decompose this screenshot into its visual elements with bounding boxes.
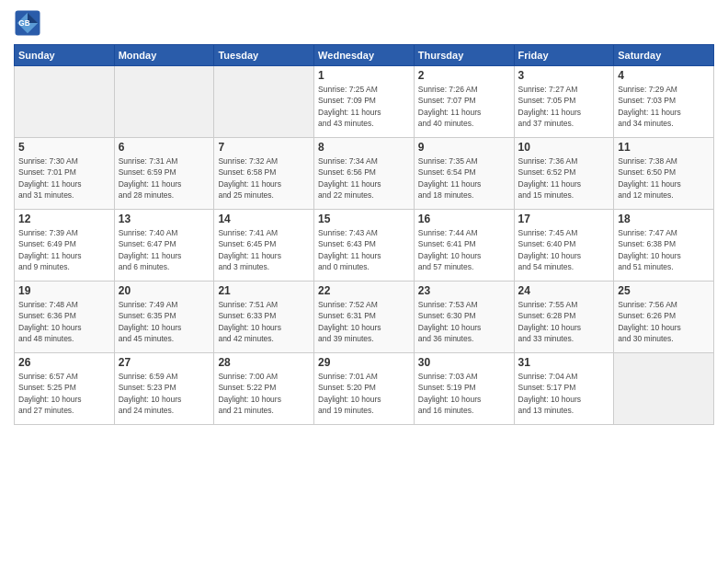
day-cell: 10Sunrise: 7:36 AM Sunset: 6:52 PM Dayli… [514, 138, 614, 210]
day-number: 5 [18, 141, 110, 154]
day-number: 23 [418, 284, 510, 297]
day-cell [114, 66, 214, 138]
day-cell: 9Sunrise: 7:35 AM Sunset: 6:54 PM Daylig… [414, 138, 514, 210]
svg-text:GB: GB [18, 19, 29, 28]
day-info: Sunrise: 7:44 AM Sunset: 6:41 PM Dayligh… [418, 227, 510, 272]
day-number: 11 [618, 141, 710, 154]
day-number: 20 [119, 284, 210, 297]
day-number: 1 [318, 69, 410, 82]
day-number: 21 [218, 284, 310, 297]
day-number: 26 [18, 356, 110, 369]
day-number: 9 [418, 141, 510, 154]
day-number: 27 [119, 356, 210, 369]
day-number: 7 [218, 141, 310, 154]
calendar-container: GB SundayMondayTuesdayWednesdayThursdayF… [0, 0, 728, 434]
week-row-5: 26Sunrise: 6:57 AM Sunset: 5:25 PM Dayli… [15, 353, 714, 425]
day-cell [214, 66, 314, 138]
day-info: Sunrise: 7:04 AM Sunset: 5:17 PM Dayligh… [518, 371, 610, 416]
day-number: 22 [318, 284, 410, 297]
day-info: Sunrise: 7:49 AM Sunset: 6:35 PM Dayligh… [119, 299, 210, 344]
day-number: 16 [418, 213, 510, 225]
day-number: 19 [18, 284, 110, 297]
day-info: Sunrise: 7:03 AM Sunset: 5:19 PM Dayligh… [418, 371, 510, 416]
logo-icon: GB [14, 9, 41, 37]
day-cell: 15Sunrise: 7:43 AM Sunset: 6:43 PM Dayli… [314, 210, 415, 282]
day-number: 3 [518, 69, 610, 82]
day-cell: 3Sunrise: 7:27 AM Sunset: 7:05 PM Daylig… [514, 66, 614, 138]
day-number: 31 [518, 356, 610, 369]
day-cell: 29Sunrise: 7:01 AM Sunset: 5:20 PM Dayli… [314, 353, 415, 425]
day-cell: 20Sunrise: 7:49 AM Sunset: 6:35 PM Dayli… [114, 282, 214, 353]
day-number: 10 [518, 141, 610, 154]
day-number: 28 [218, 356, 310, 369]
day-cell [15, 66, 115, 138]
day-cell: 1Sunrise: 7:25 AM Sunset: 7:09 PM Daylig… [314, 66, 415, 138]
day-info: Sunrise: 7:53 AM Sunset: 6:30 PM Dayligh… [418, 299, 510, 344]
calendar-header: SundayMondayTuesdayWednesdayThursdayFrid… [15, 45, 714, 66]
day-cell: 8Sunrise: 7:34 AM Sunset: 6:56 PM Daylig… [314, 138, 415, 210]
header-cell-friday: Friday [514, 45, 614, 66]
day-info: Sunrise: 6:59 AM Sunset: 5:23 PM Dayligh… [119, 371, 210, 416]
day-cell: 19Sunrise: 7:48 AM Sunset: 6:36 PM Dayli… [15, 282, 115, 353]
day-cell: 14Sunrise: 7:41 AM Sunset: 6:45 PM Dayli… [214, 210, 314, 282]
day-info: Sunrise: 7:38 AM Sunset: 6:50 PM Dayligh… [618, 155, 710, 201]
day-number: 17 [518, 213, 610, 225]
day-number: 8 [318, 141, 410, 154]
week-row-2: 5Sunrise: 7:30 AM Sunset: 7:01 PM Daylig… [15, 138, 714, 210]
day-number: 13 [119, 213, 210, 225]
week-row-3: 12Sunrise: 7:39 AM Sunset: 6:49 PM Dayli… [15, 210, 714, 282]
day-info: Sunrise: 7:47 AM Sunset: 6:38 PM Dayligh… [618, 227, 710, 272]
day-number: 6 [119, 141, 210, 154]
day-cell: 16Sunrise: 7:44 AM Sunset: 6:41 PM Dayli… [414, 210, 514, 282]
day-cell: 13Sunrise: 7:40 AM Sunset: 6:47 PM Dayli… [114, 210, 214, 282]
header-cell-wednesday: Wednesday [314, 45, 415, 66]
day-cell: 22Sunrise: 7:52 AM Sunset: 6:31 PM Dayli… [314, 282, 415, 353]
day-cell: 17Sunrise: 7:45 AM Sunset: 6:40 PM Dayli… [514, 210, 614, 282]
day-number: 12 [18, 213, 110, 225]
day-cell: 2Sunrise: 7:26 AM Sunset: 7:07 PM Daylig… [414, 66, 514, 138]
day-cell: 31Sunrise: 7:04 AM Sunset: 5:17 PM Dayli… [514, 353, 614, 425]
day-info: Sunrise: 7:48 AM Sunset: 6:36 PM Dayligh… [18, 299, 110, 344]
week-row-1: 1Sunrise: 7:25 AM Sunset: 7:09 PM Daylig… [15, 66, 714, 138]
day-info: Sunrise: 7:26 AM Sunset: 7:07 PM Dayligh… [418, 84, 510, 129]
day-info: Sunrise: 7:30 AM Sunset: 7:01 PM Dayligh… [18, 155, 110, 201]
day-number: 15 [318, 213, 410, 225]
day-cell: 5Sunrise: 7:30 AM Sunset: 7:01 PM Daylig… [15, 138, 115, 210]
day-cell: 26Sunrise: 6:57 AM Sunset: 5:25 PM Dayli… [15, 353, 115, 425]
logo: GB [14, 9, 43, 37]
calendar-table: SundayMondayTuesdayWednesdayThursdayFrid… [14, 44, 714, 425]
day-cell: 7Sunrise: 7:32 AM Sunset: 6:58 PM Daylig… [214, 138, 314, 210]
day-info: Sunrise: 7:01 AM Sunset: 5:20 PM Dayligh… [318, 371, 410, 416]
calendar-body: 1Sunrise: 7:25 AM Sunset: 7:09 PM Daylig… [15, 66, 714, 425]
day-info: Sunrise: 7:00 AM Sunset: 5:22 PM Dayligh… [218, 371, 310, 416]
day-info: Sunrise: 7:25 AM Sunset: 7:09 PM Dayligh… [318, 84, 410, 129]
header-cell-thursday: Thursday [414, 45, 514, 66]
day-info: Sunrise: 6:57 AM Sunset: 5:25 PM Dayligh… [18, 371, 110, 416]
day-cell: 28Sunrise: 7:00 AM Sunset: 5:22 PM Dayli… [214, 353, 314, 425]
day-cell: 4Sunrise: 7:29 AM Sunset: 7:03 PM Daylig… [614, 66, 714, 138]
day-cell: 11Sunrise: 7:38 AM Sunset: 6:50 PM Dayli… [614, 138, 714, 210]
day-info: Sunrise: 7:43 AM Sunset: 6:43 PM Dayligh… [318, 227, 410, 272]
day-number: 2 [418, 69, 510, 82]
header-cell-monday: Monday [114, 45, 214, 66]
day-info: Sunrise: 7:27 AM Sunset: 7:05 PM Dayligh… [518, 84, 610, 129]
day-info: Sunrise: 7:29 AM Sunset: 7:03 PM Dayligh… [618, 84, 710, 129]
day-number: 14 [218, 213, 310, 225]
day-cell: 24Sunrise: 7:55 AM Sunset: 6:28 PM Dayli… [514, 282, 614, 353]
day-cell: 18Sunrise: 7:47 AM Sunset: 6:38 PM Dayli… [614, 210, 714, 282]
day-cell: 21Sunrise: 7:51 AM Sunset: 6:33 PM Dayli… [214, 282, 314, 353]
day-cell: 12Sunrise: 7:39 AM Sunset: 6:49 PM Dayli… [15, 210, 115, 282]
day-info: Sunrise: 7:51 AM Sunset: 6:33 PM Dayligh… [218, 299, 310, 344]
day-info: Sunrise: 7:31 AM Sunset: 6:59 PM Dayligh… [119, 155, 210, 201]
header-cell-tuesday: Tuesday [214, 45, 314, 66]
header-cell-saturday: Saturday [614, 45, 714, 66]
day-number: 29 [318, 356, 410, 369]
day-info: Sunrise: 7:56 AM Sunset: 6:26 PM Dayligh… [618, 299, 710, 344]
day-cell [614, 353, 714, 425]
day-info: Sunrise: 7:40 AM Sunset: 6:47 PM Dayligh… [119, 227, 210, 272]
header-cell-sunday: Sunday [15, 45, 115, 66]
day-number: 30 [418, 356, 510, 369]
day-number: 25 [618, 284, 710, 297]
day-info: Sunrise: 7:39 AM Sunset: 6:49 PM Dayligh… [18, 227, 110, 272]
day-cell: 23Sunrise: 7:53 AM Sunset: 6:30 PM Dayli… [414, 282, 514, 353]
